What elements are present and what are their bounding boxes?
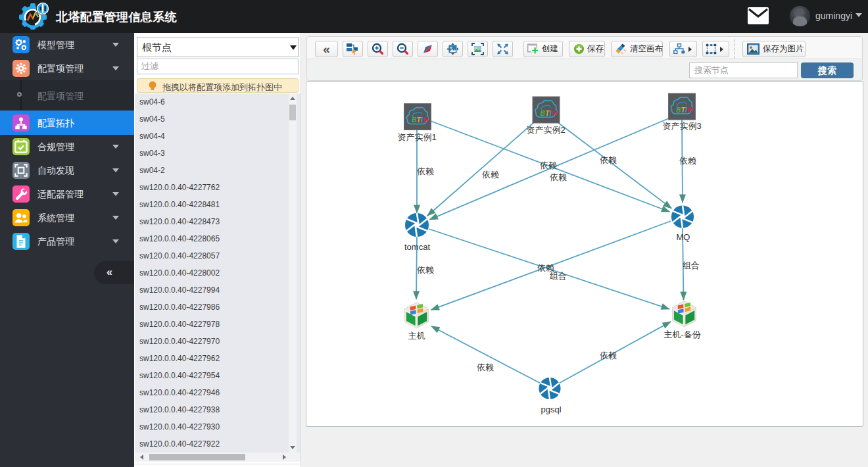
svg-text:资产实例2: 资产实例2 bbox=[526, 125, 565, 135]
svg-text:主机: 主机 bbox=[408, 331, 425, 341]
svg-text:依赖: 依赖 bbox=[550, 172, 567, 182]
svg-text:依赖: 依赖 bbox=[477, 362, 494, 372]
svg-text:组合: 组合 bbox=[683, 260, 700, 270]
svg-text:组合: 组合 bbox=[550, 271, 567, 281]
svg-text:依赖: 依赖 bbox=[600, 155, 617, 165]
svg-text:资产实例1: 资产实例1 bbox=[397, 132, 436, 142]
svg-text:MQ: MQ bbox=[677, 232, 690, 242]
svg-text:pgsql: pgsql bbox=[541, 405, 561, 414]
svg-text:依赖: 依赖 bbox=[417, 166, 434, 176]
svg-text:依赖: 依赖 bbox=[417, 265, 434, 275]
svg-text:tomcat: tomcat bbox=[404, 242, 430, 252]
svg-text:资产实例3: 资产实例3 bbox=[662, 121, 701, 131]
svg-text:主机-备份: 主机-备份 bbox=[663, 330, 700, 339]
svg-text:依赖: 依赖 bbox=[679, 156, 696, 166]
svg-text:依赖: 依赖 bbox=[600, 351, 617, 360]
svg-text:依赖: 依赖 bbox=[482, 170, 499, 180]
svg-text:依赖: 依赖 bbox=[540, 160, 557, 170]
